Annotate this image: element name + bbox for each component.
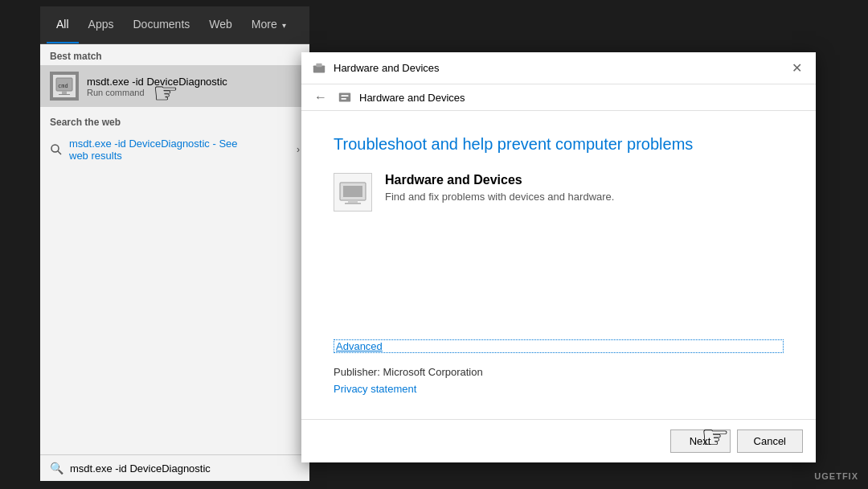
svg-rect-15: [345, 203, 361, 204]
publisher-info: Publisher: Microsoft Corporation: [334, 366, 784, 378]
dialog-footer: Next Cancel: [301, 419, 816, 462]
chevron-right-icon: ›: [297, 144, 300, 155]
tab-apps[interactable]: Apps: [79, 6, 124, 43]
tab-documents[interactable]: Documents: [123, 6, 199, 43]
dialog-heading: Troubleshoot and help prevent computer p…: [334, 135, 784, 154]
svg-text:cmd: cmd: [58, 83, 68, 89]
dialog-body: Troubleshoot and help prevent computer p…: [301, 111, 816, 419]
privacy-link[interactable]: Privacy statement: [334, 383, 784, 395]
best-match-header: Best match: [40, 44, 309, 65]
desktop: All Apps Documents Web More ▾ Best match: [0, 0, 868, 489]
result-subtitle: Run command: [87, 88, 227, 97]
svg-rect-8: [316, 63, 321, 67]
search-icon: [50, 143, 63, 156]
nav-title: Hardware and Devices: [359, 92, 465, 104]
svg-rect-2: [62, 91, 67, 94]
search-bar-text[interactable]: msdt.exe -id DeviceDiagnostic: [70, 462, 211, 475]
dialog-nav: ← Hardware and Devices: [301, 84, 816, 111]
svg-line-6: [58, 151, 61, 154]
back-button[interactable]: ←: [314, 90, 327, 105]
svg-rect-14: [348, 200, 358, 203]
svg-rect-10: [342, 95, 349, 97]
dialog-title: Hardware and Devices: [334, 62, 787, 74]
wrench-icon: [311, 60, 327, 76]
web-section: Search the web msdt.exe -id DeviceDiagno…: [40, 110, 309, 168]
svg-rect-13: [343, 186, 362, 197]
nav-icon: [337, 89, 353, 105]
web-result-item[interactable]: msdt.exe -id DeviceDiagnostic - See web …: [40, 131, 309, 168]
hardware-info: Hardware and Devices Find and fix proble…: [385, 173, 614, 203]
svg-rect-3: [59, 94, 70, 95]
svg-rect-11: [342, 98, 346, 100]
cancel-button[interactable]: Cancel: [737, 429, 803, 453]
web-result-text: msdt.exe -id DeviceDiagnostic - See web …: [69, 138, 297, 162]
svg-point-5: [51, 145, 59, 152]
best-match-item[interactable]: cmd msdt.exe -id DeviceDiagnostic Run co…: [40, 65, 309, 107]
tab-all[interactable]: All: [47, 6, 79, 43]
advanced-link[interactable]: Advanced: [334, 339, 784, 353]
app-icon: cmd: [50, 72, 79, 101]
chevron-down-icon: ▾: [282, 21, 286, 30]
dialog-titlebar: Hardware and Devices ✕: [301, 52, 816, 84]
hardware-title: Hardware and Devices: [385, 173, 614, 187]
web-section-header: Search the web: [40, 110, 309, 131]
hardware-item: Hardware and Devices Find and fix proble…: [334, 173, 784, 212]
tab-more[interactable]: More ▾: [242, 6, 296, 43]
search-bar-icon: 🔍: [50, 462, 63, 475]
search-panel: All Apps Documents Web More ▾ Best match: [40, 6, 309, 481]
close-button[interactable]: ✕: [787, 59, 806, 78]
search-results: Best match cmd msdt.exe -id DeviceDiagno…: [40, 44, 309, 481]
hardware-description: Find and fix problems with devices and h…: [385, 191, 614, 203]
result-text: msdt.exe -id DeviceDiagnostic Run comman…: [87, 76, 227, 97]
tab-web[interactable]: Web: [199, 6, 242, 43]
hardware-icon: [334, 173, 372, 212]
search-bar: 🔍 msdt.exe -id DeviceDiagnostic: [40, 454, 309, 481]
troubleshoot-dialog: Hardware and Devices ✕ ← Hardware and De…: [301, 52, 816, 462]
result-title: msdt.exe -id DeviceDiagnostic: [87, 76, 227, 88]
next-button[interactable]: Next: [670, 429, 731, 453]
search-tabs: All Apps Documents Web More ▾: [40, 6, 309, 44]
svg-rect-9: [339, 93, 350, 102]
brand-watermark: UGETFIX: [814, 471, 858, 481]
